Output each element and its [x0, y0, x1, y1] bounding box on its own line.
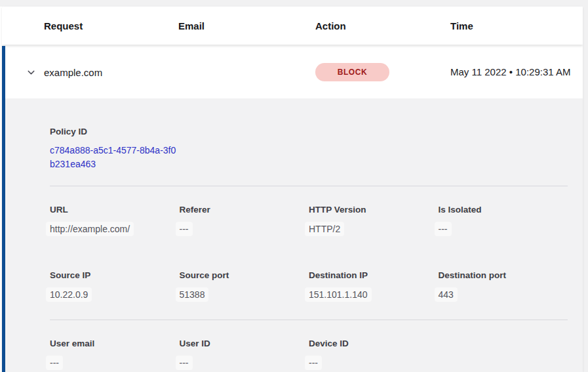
field-destination-port: Destination port 443 [439, 270, 568, 302]
row-request-value: example.com [44, 67, 178, 78]
field-is-isolated: Is Isolated --- [439, 205, 568, 236]
field-url-label: URL [50, 205, 180, 215]
section-divider [50, 186, 568, 186]
field-user-id-value: --- [176, 356, 193, 370]
column-header-action: Action [315, 20, 450, 31]
field-source-ip: Source IP 10.22.0.9 [50, 270, 180, 302]
status-badge-block: BLOCK [315, 63, 389, 81]
column-header-time: Time [450, 20, 583, 31]
table-header-row: Request Email Action Time [2, 7, 583, 45]
field-device-id: Device ID --- [309, 339, 439, 370]
row-expanded-details: Policy ID c784a888-a5c1-4577-8b4a-3f0b23… [2, 98, 583, 372]
policy-id-link[interactable]: c784a888-a5c1-4577-8b4a-3f0b231ea463 [50, 144, 178, 171]
field-source-port-value: 51388 [176, 287, 209, 302]
policy-id-label: Policy ID [50, 127, 568, 136]
field-url-value: http://example.com/ [46, 222, 134, 236]
field-url: URL http://example.com/ [50, 205, 180, 236]
field-device-id-value: --- [305, 356, 322, 370]
row-action-cell: BLOCK [315, 63, 450, 81]
row-time-value: May 11 2022 • 10:29:31 AM [450, 65, 583, 79]
field-source-port: Source port 51388 [180, 270, 309, 302]
field-destination-ip-value: 151.101.1.140 [305, 287, 372, 302]
field-referer-value: --- [176, 222, 193, 236]
field-destination-port-label: Destination port [439, 270, 568, 280]
field-referer-label: Referer [180, 205, 309, 215]
field-user-email-value: --- [46, 356, 63, 370]
field-referer: Referer --- [180, 205, 309, 236]
page-background-top [0, 0, 588, 7]
field-device-id-label: Device ID [309, 339, 439, 348]
log-table-card: Request Email Action Time example.com BL… [2, 7, 583, 372]
field-source-port-label: Source port [180, 270, 309, 280]
field-user-id: User ID --- [180, 339, 309, 370]
http-details-row: URL http://example.com/ Referer --- HTTP… [50, 205, 568, 236]
field-http-version-value: HTTP/2 [305, 222, 344, 236]
selected-row-accent-bar [2, 46, 5, 372]
field-http-version: HTTP Version HTTP/2 [309, 205, 439, 236]
field-user-email-label: User email [50, 339, 180, 348]
field-destination-ip: Destination IP 151.101.1.140 [309, 270, 439, 302]
user-details-row: User email --- User ID --- Device ID --- [50, 339, 568, 370]
field-user-email: User email --- [50, 339, 180, 370]
table-row[interactable]: example.com BLOCK May 11 2022 • 10:29:31… [2, 46, 583, 98]
field-user-id-label: User ID [180, 339, 309, 348]
section-divider [50, 320, 568, 320]
column-header-email: Email [178, 20, 315, 31]
column-header-request: Request [44, 20, 178, 31]
policy-id-section: Policy ID c784a888-a5c1-4577-8b4a-3f0b23… [50, 127, 568, 186]
field-is-isolated-value: --- [435, 222, 452, 236]
network-details-row: Source IP 10.22.0.9 Source port 51388 De… [50, 270, 568, 302]
field-destination-port-value: 443 [435, 287, 458, 302]
field-is-isolated-label: Is Isolated [439, 205, 568, 215]
chevron-down-icon [26, 67, 37, 78]
field-http-version-label: HTTP Version [309, 205, 439, 215]
field-destination-ip-label: Destination IP [309, 270, 439, 280]
field-source-ip-label: Source IP [50, 270, 180, 280]
field-source-ip-value: 10.22.0.9 [46, 287, 92, 302]
row-expand-toggle[interactable] [2, 67, 44, 78]
page-background-right [583, 0, 588, 372]
